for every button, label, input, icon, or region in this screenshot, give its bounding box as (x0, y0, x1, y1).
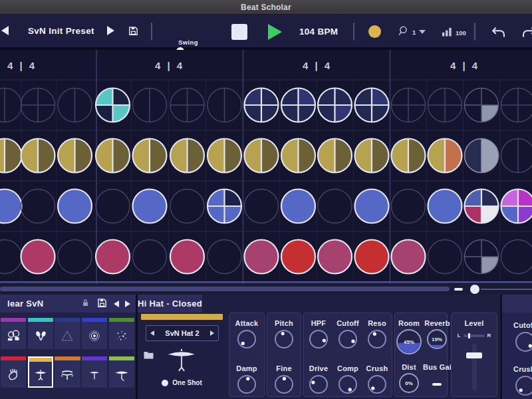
sample-selector[interactable]: SvN Hat 2 (146, 325, 219, 341)
redo-button[interactable] (521, 26, 532, 41)
grid-cell-row-2-c15[interactable] (501, 139, 532, 173)
grid-cell-row-3-c13[interactable] (428, 190, 462, 223)
grid-cell-row-3-c15[interactable] (501, 190, 532, 223)
grid-cell-row-3-c9[interactable] (281, 190, 315, 223)
grid-cell-row-3-c11[interactable] (355, 190, 389, 223)
knob-dial[interactable] (336, 373, 359, 396)
grid-cell-row-2-c2[interactable] (21, 139, 55, 173)
grid-cell-row-1-c1[interactable] (0, 88, 22, 122)
grid-cell-row-4-c13[interactable] (428, 240, 462, 274)
knob-dial[interactable] (273, 328, 295, 350)
knob-dial[interactable]: 19% (426, 328, 448, 350)
prev-preset-button[interactable] (1, 26, 9, 35)
sample-name[interactable]: SvN Hat 2 (165, 329, 199, 337)
damp-knob[interactable]: Damp (235, 364, 258, 396)
instrument-tile-crash-cymbal[interactable] (82, 356, 107, 388)
knob-dial[interactable] (366, 373, 388, 396)
instrument-tile-gong[interactable] (82, 318, 107, 349)
grid-cell-row-2-c3[interactable] (58, 139, 92, 173)
grid-cell-row-2-c10[interactable] (318, 139, 352, 173)
grid-cell-row-1-c2[interactable] (21, 88, 55, 122)
grid-cell-row-1-c8[interactable] (245, 88, 279, 122)
grid-cell-row-4-c8[interactable] (245, 240, 279, 274)
grid-cell-row-2-c13[interactable] (428, 139, 462, 173)
grid-cell-row-2-c7[interactable] (207, 139, 241, 173)
grid-cell-row-2-c14[interactable] (465, 139, 499, 173)
pitch-knob[interactable]: Pitch (273, 319, 295, 351)
load-sample-button[interactable] (143, 350, 154, 362)
zoom-slider-track[interactable] (481, 289, 532, 290)
next-kit-button[interactable] (125, 301, 130, 307)
instrument-tile-hihat-closed[interactable] (28, 356, 53, 388)
grid-cell-row-2-c8[interactable] (245, 139, 279, 173)
one-shot-toggle[interactable]: One Shot (138, 378, 226, 387)
time-signature[interactable]: 4 | 4 (450, 60, 479, 71)
knob-dial[interactable] (336, 328, 359, 350)
grid-cell-row-4-c9[interactable] (281, 240, 315, 274)
grid-cell-row-2-c6[interactable] (170, 139, 204, 173)
grid-cell-row-3-c4[interactable] (96, 190, 130, 223)
grid-cell-row-2-c11[interactable] (355, 139, 389, 173)
room-send-knob[interactable]: Room45% (395, 319, 423, 358)
grid-cell-row-3-c8[interactable] (245, 190, 279, 223)
play-button[interactable] (268, 24, 282, 40)
instrument-tile-shaker[interactable] (109, 318, 134, 349)
level-fader[interactable] (452, 342, 497, 393)
instrument-tile-ride-cymbal[interactable] (109, 356, 134, 388)
grid-cell-row-2-c12[interactable] (392, 139, 426, 173)
time-signature[interactable]: 4 | 4 (303, 60, 332, 71)
save-preset-button[interactable] (128, 25, 139, 39)
grid-cell-row-4-c6[interactable] (170, 240, 204, 274)
hpf-knob[interactable]: HPF (307, 319, 330, 351)
record-button[interactable] (368, 25, 381, 38)
prev-kit-button[interactable] (114, 301, 119, 307)
instrument-tile-hihat-open[interactable] (55, 356, 80, 388)
knob-dial[interactable] (513, 330, 532, 354)
quantize-control[interactable]: 1 (398, 25, 426, 39)
next-preset-button[interactable] (107, 26, 114, 35)
knob-dial[interactable]: 0% (398, 372, 420, 394)
time-signature[interactable]: 4 | 4 (7, 60, 37, 71)
grid-cell-row-2-c1[interactable] (0, 139, 22, 173)
grid-cell-row-3-c12[interactable] (392, 190, 426, 223)
knob-dial[interactable] (307, 373, 330, 396)
save-kit-button[interactable] (96, 297, 108, 311)
kit-name[interactable]: lear SvN (7, 299, 43, 309)
knob-dial[interactable] (273, 373, 295, 396)
grid-cell-row-1-c12[interactable] (392, 88, 426, 122)
grid-cell-row-4-c11[interactable] (355, 240, 389, 274)
knob-dial[interactable] (307, 328, 330, 350)
grid-cell-row-4-c7[interactable] (207, 240, 241, 274)
pan-slider[interactable] (464, 334, 485, 337)
dist-send-knob[interactable]: Dist0% (398, 363, 420, 396)
next-sample-icon[interactable] (210, 331, 214, 336)
master-meter[interactable]: 100 (442, 27, 466, 39)
prev-sample-icon[interactable] (150, 331, 154, 336)
grid-cell-row-3-c5[interactable] (133, 190, 167, 223)
grid-cell-row-4-c2[interactable] (21, 240, 55, 274)
bpm-display[interactable]: 104 BPM (299, 27, 338, 37)
reverb-send-knob[interactable]: Reverb19% (424, 319, 450, 358)
next-instrument-cutoff-knob[interactable]: Cutoff (513, 321, 532, 354)
reso-knob[interactable]: Reso (366, 319, 388, 351)
grid-cell-row-1-c7[interactable] (207, 88, 241, 122)
grid-cell-row-1-c3[interactable] (58, 88, 92, 122)
grid-cell-row-1-c15[interactable] (501, 88, 532, 122)
grid-cell-row-4-c5[interactable] (133, 240, 167, 274)
knob-dial[interactable]: 45% (395, 328, 423, 356)
attack-knob[interactable]: Attack (235, 319, 259, 351)
grid-cell-row-4-c14[interactable] (465, 240, 499, 274)
grid-cell-row-2-c5[interactable] (133, 139, 167, 173)
instrument-tile-percussion[interactable] (1, 318, 26, 349)
grid-cell-row-1-c11[interactable] (355, 88, 389, 122)
knob-dial[interactable] (513, 374, 532, 398)
grid-cell-row-4-c15[interactable] (501, 240, 532, 274)
drive-knob[interactable]: Drive (307, 364, 330, 396)
knob-dial[interactable] (235, 328, 258, 350)
grid-cell-row-3-c14[interactable] (465, 190, 499, 223)
bus-gain-control[interactable]: Bus Gai (423, 363, 452, 396)
grid-cell-row-1-c13[interactable] (428, 88, 462, 122)
preset-name[interactable]: SvN Init Preset (28, 26, 94, 36)
grid-cell-row-4-c1[interactable] (0, 240, 22, 274)
grid-cell-row-2-c4[interactable] (96, 139, 130, 173)
